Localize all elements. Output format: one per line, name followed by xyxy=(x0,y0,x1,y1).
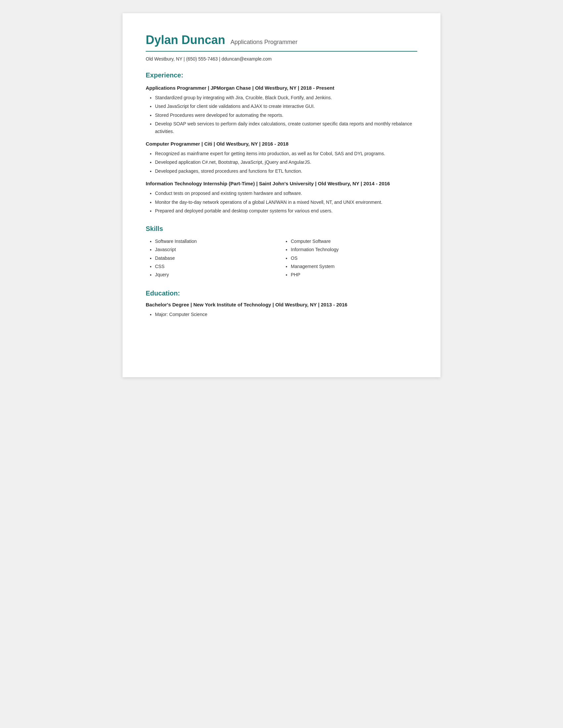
skill-item: Computer Software xyxy=(291,237,417,246)
skill-item: Information Technology xyxy=(291,246,417,254)
resume-container: Dylan Duncan Applications Programmer Old… xyxy=(122,13,441,377)
job-header-2: Computer Programmer | Citi | Old Westbur… xyxy=(146,141,417,147)
bullet-item: Monitor the day-to-day network operation… xyxy=(155,199,417,206)
bullet-item: Prepared and deployed portable and deskt… xyxy=(155,207,417,214)
education-section: Education: Bachelor's Degree | New York … xyxy=(146,290,417,318)
skill-item: Javascript xyxy=(155,246,282,254)
bullet-item: Major: Computer Science xyxy=(155,311,417,318)
skills-left-column: Software Installation Javascript Databas… xyxy=(146,237,282,279)
skills-section-title: Skills xyxy=(146,225,417,233)
bullet-item: Stored Procedures were developed for aut… xyxy=(155,112,417,119)
skill-item: CSS xyxy=(155,262,282,271)
education-section-title: Education: xyxy=(146,290,417,297)
bullet-item: Used JavaScript for client side validati… xyxy=(155,103,417,110)
skills-section: Skills Software Installation Javascript … xyxy=(146,225,417,279)
experience-section: Experience: Applications Programmer | JP… xyxy=(146,71,417,214)
skills-grid: Software Installation Javascript Databas… xyxy=(146,237,417,279)
contact-info: Old Westbury, NY | (650) 555-7463 | ddun… xyxy=(146,56,417,62)
experience-section-title: Experience: xyxy=(146,71,417,79)
skill-item: Management System xyxy=(291,262,417,271)
education-entry-title: Bachelor's Degree | New York Institute o… xyxy=(146,302,417,307)
bullet-item: Developed packages, stored procedures an… xyxy=(155,167,417,175)
job-bullets-2: Recognized as mainframe expert for getti… xyxy=(146,150,417,175)
job-bullets-1: Standardized group by integrating with J… xyxy=(146,94,417,135)
skill-item: PHP xyxy=(291,271,417,279)
job-title: Applications Programmer xyxy=(230,39,298,46)
skill-item: Jquery xyxy=(155,271,282,279)
skill-item: Software Installation xyxy=(155,237,282,246)
job-bullets-3: Conduct tests on proposed and existing s… xyxy=(146,190,417,214)
education-bullets: Major: Computer Science xyxy=(146,311,417,318)
bullet-item: Developed application C#.net, Bootstrap,… xyxy=(155,159,417,166)
bullet-item: Recognized as mainframe expert for getti… xyxy=(155,150,417,157)
skill-item: OS xyxy=(291,254,417,262)
header-section: Dylan Duncan Applications Programmer Old… xyxy=(146,33,417,62)
full-name: Dylan Duncan xyxy=(146,33,225,47)
bullet-item: Conduct tests on proposed and existing s… xyxy=(155,190,417,197)
job-header-1: Applications Programmer | JPMorgan Chase… xyxy=(146,85,417,91)
skills-right-column: Computer Software Information Technology… xyxy=(282,237,417,279)
job-header-3: Information Technology Internship (Part-… xyxy=(146,181,417,186)
bullet-item: Standardized group by integrating with J… xyxy=(155,94,417,101)
header-divider xyxy=(146,51,417,52)
skill-item: Database xyxy=(155,254,282,262)
name-title-row: Dylan Duncan Applications Programmer xyxy=(146,33,417,47)
bullet-item: Develop SOAP web services to perform dai… xyxy=(155,120,417,135)
